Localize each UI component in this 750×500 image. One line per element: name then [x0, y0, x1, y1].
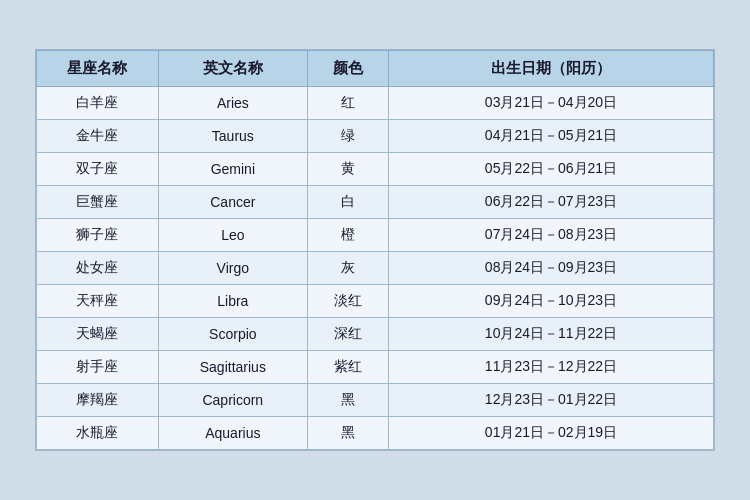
zodiac-table: 星座名称 英文名称 颜色 出生日期（阳历） 白羊座Aries红03月21日－04…: [36, 50, 714, 450]
cell-color: 淡红: [307, 285, 388, 318]
cell-chinese: 巨蟹座: [37, 186, 159, 219]
cell-color: 红: [307, 87, 388, 120]
cell-chinese: 处女座: [37, 252, 159, 285]
table-header-row: 星座名称 英文名称 颜色 出生日期（阳历）: [37, 51, 714, 87]
header-chinese: 星座名称: [37, 51, 159, 87]
cell-date: 06月22日－07月23日: [389, 186, 714, 219]
cell-color: 灰: [307, 252, 388, 285]
cell-date: 11月23日－12月22日: [389, 351, 714, 384]
header-english: 英文名称: [158, 51, 307, 87]
cell-color: 橙: [307, 219, 388, 252]
cell-date: 04月21日－05月21日: [389, 120, 714, 153]
cell-date: 05月22日－06月21日: [389, 153, 714, 186]
cell-color: 黄: [307, 153, 388, 186]
cell-english: Leo: [158, 219, 307, 252]
cell-color: 黑: [307, 384, 388, 417]
cell-chinese: 双子座: [37, 153, 159, 186]
cell-date: 10月24日－11月22日: [389, 318, 714, 351]
cell-color: 白: [307, 186, 388, 219]
cell-color: 绿: [307, 120, 388, 153]
cell-english: Sagittarius: [158, 351, 307, 384]
header-color: 颜色: [307, 51, 388, 87]
cell-english: Scorpio: [158, 318, 307, 351]
zodiac-table-container: 星座名称 英文名称 颜色 出生日期（阳历） 白羊座Aries红03月21日－04…: [35, 49, 715, 451]
cell-english: Taurus: [158, 120, 307, 153]
table-row: 处女座Virgo灰08月24日－09月23日: [37, 252, 714, 285]
table-row: 水瓶座Aquarius黑01月21日－02月19日: [37, 417, 714, 450]
cell-chinese: 狮子座: [37, 219, 159, 252]
cell-english: Aries: [158, 87, 307, 120]
cell-date: 07月24日－08月23日: [389, 219, 714, 252]
cell-chinese: 天蝎座: [37, 318, 159, 351]
table-row: 白羊座Aries红03月21日－04月20日: [37, 87, 714, 120]
cell-date: 12月23日－01月22日: [389, 384, 714, 417]
cell-date: 08月24日－09月23日: [389, 252, 714, 285]
table-row: 摩羯座Capricorn黑12月23日－01月22日: [37, 384, 714, 417]
cell-color: 深红: [307, 318, 388, 351]
cell-date: 03月21日－04月20日: [389, 87, 714, 120]
table-row: 巨蟹座Cancer白06月22日－07月23日: [37, 186, 714, 219]
table-row: 天秤座Libra淡红09月24日－10月23日: [37, 285, 714, 318]
table-row: 金牛座Taurus绿04月21日－05月21日: [37, 120, 714, 153]
header-date: 出生日期（阳历）: [389, 51, 714, 87]
table-row: 射手座Sagittarius紫红11月23日－12月22日: [37, 351, 714, 384]
cell-chinese: 摩羯座: [37, 384, 159, 417]
cell-date: 01月21日－02月19日: [389, 417, 714, 450]
table-row: 狮子座Leo橙07月24日－08月23日: [37, 219, 714, 252]
table-row: 双子座Gemini黄05月22日－06月21日: [37, 153, 714, 186]
cell-date: 09月24日－10月23日: [389, 285, 714, 318]
cell-english: Gemini: [158, 153, 307, 186]
cell-chinese: 天秤座: [37, 285, 159, 318]
cell-english: Capricorn: [158, 384, 307, 417]
cell-chinese: 金牛座: [37, 120, 159, 153]
cell-chinese: 射手座: [37, 351, 159, 384]
cell-english: Virgo: [158, 252, 307, 285]
cell-english: Cancer: [158, 186, 307, 219]
cell-english: Libra: [158, 285, 307, 318]
cell-english: Aquarius: [158, 417, 307, 450]
cell-chinese: 白羊座: [37, 87, 159, 120]
cell-color: 紫红: [307, 351, 388, 384]
table-row: 天蝎座Scorpio深红10月24日－11月22日: [37, 318, 714, 351]
cell-color: 黑: [307, 417, 388, 450]
cell-chinese: 水瓶座: [37, 417, 159, 450]
